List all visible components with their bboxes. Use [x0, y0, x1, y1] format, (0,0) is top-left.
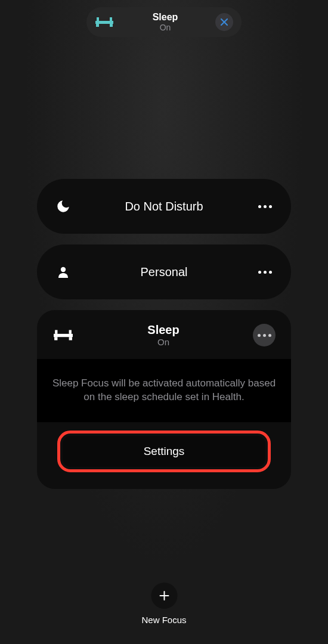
focus-card-title: Sleep [74, 323, 253, 337]
svg-rect-12 [69, 337, 72, 340]
svg-rect-9 [69, 330, 72, 333]
svg-point-7 [61, 267, 66, 272]
settings-label: Settings [144, 445, 185, 458]
new-focus-label: New Focus [141, 615, 186, 625]
focus-row-do-not-disturb[interactable]: Do Not Disturb [37, 179, 291, 234]
new-focus-button[interactable]: New Focus [141, 583, 186, 625]
moon-icon [52, 199, 74, 214]
more-button[interactable] [254, 271, 276, 274]
status-text: Sleep On [122, 12, 208, 32]
status-subtitle: On [122, 23, 208, 32]
svg-rect-0 [97, 17, 99, 21]
bed-icon [94, 16, 115, 28]
ellipsis-icon [258, 205, 272, 208]
focus-label: Do Not Disturb [74, 200, 254, 213]
more-button[interactable] [253, 324, 276, 346]
plus-circle [151, 583, 177, 609]
svg-rect-4 [110, 24, 113, 27]
focus-row-personal[interactable]: Personal [37, 244, 291, 299]
close-button[interactable] [215, 13, 233, 31]
svg-rect-11 [54, 337, 57, 340]
svg-rect-8 [55, 330, 57, 333]
focus-card-header[interactable]: Sleep On [37, 323, 291, 347]
close-icon [220, 18, 228, 26]
svg-rect-10 [54, 334, 73, 337]
more-button[interactable] [254, 205, 276, 208]
focus-card-title-block: Sleep On [74, 323, 253, 347]
highlight-annotation: Settings [57, 431, 271, 472]
focus-description: Sleep Focus will be activated automatica… [49, 377, 279, 404]
ellipsis-icon [258, 334, 271, 337]
settings-button[interactable]: Settings [63, 436, 265, 467]
focus-status-pill[interactable]: Sleep On [86, 7, 242, 37]
status-title: Sleep [122, 12, 208, 23]
bed-icon [52, 329, 74, 342]
plus-icon [159, 590, 169, 601]
focus-label: Personal [74, 265, 254, 279]
ellipsis-icon [258, 271, 272, 274]
focus-card-sleep: Sleep On Sleep Focus will be activated a… [37, 310, 291, 489]
svg-rect-2 [95, 21, 113, 24]
svg-rect-3 [96, 24, 99, 27]
person-icon [52, 265, 74, 279]
focus-list: Do Not Disturb Personal [37, 179, 291, 489]
focus-card-body: Sleep Focus will be activated automatica… [37, 359, 291, 422]
svg-rect-1 [110, 17, 112, 21]
focus-card-subtitle: On [74, 337, 253, 347]
